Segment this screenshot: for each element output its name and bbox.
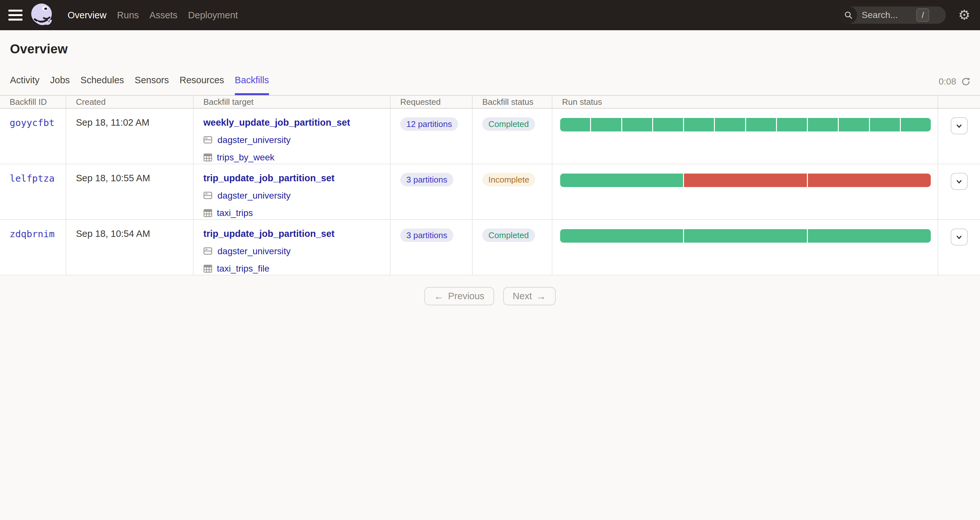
chevron-down-icon [955, 178, 963, 185]
partition-set-link[interactable]: taxi_trips [217, 208, 253, 218]
nav-item-runs[interactable]: Runs [117, 10, 139, 21]
next-page-button[interactable]: Next → [503, 287, 556, 305]
backfill-id-link[interactable]: goyycfbt [10, 117, 55, 128]
run-segment-success[interactable] [622, 118, 652, 132]
job-icon [203, 247, 213, 255]
table-row: zdqbrnim Sep 18, 10:54 AM trip_update_jo… [0, 220, 980, 276]
row-actions-button[interactable] [951, 117, 968, 134]
chevron-down-icon [955, 122, 963, 130]
backfill-target-link[interactable]: trip_update_job_partition_set [203, 228, 335, 239]
run-segment-success[interactable] [560, 174, 683, 187]
chevron-down-icon [955, 233, 963, 241]
tab-resources[interactable]: Resources [180, 75, 224, 95]
column-header-created: Created [66, 96, 194, 108]
backfill-status-badge: Completed [482, 228, 535, 242]
tab-jobs[interactable]: Jobs [50, 75, 70, 95]
job-icon [203, 192, 213, 200]
run-status-bar [560, 118, 931, 132]
requested-partitions-badge[interactable]: 3 partitions [400, 228, 453, 242]
tab-backfills[interactable]: Backfills [235, 75, 269, 95]
partition-set-link[interactable]: taxi_trips_file [217, 263, 269, 274]
run-segment-success[interactable] [684, 118, 714, 132]
requested-partitions-badge[interactable]: 3 partitions [400, 173, 453, 186]
page-title: Overview [10, 42, 970, 56]
run-segment-success[interactable] [684, 229, 807, 243]
partition-set-icon [203, 209, 212, 217]
backfill-id-link[interactable]: zdqbrnim [10, 228, 55, 239]
run-segment-success[interactable] [808, 229, 931, 243]
row-actions-button[interactable] [951, 228, 968, 246]
table-row: goyycfbt Sep 18, 11:02 AM weekly_update_… [0, 109, 980, 164]
code-location-link[interactable]: dagster_university [218, 190, 291, 201]
pagination: ← Previous Next → [0, 287, 980, 305]
run-segment-failure[interactable] [684, 174, 807, 187]
backfill-target-link[interactable]: weekly_update_job_partition_set [203, 117, 350, 128]
column-header-backfill-id: Backfill ID [0, 96, 66, 108]
run-segment-success[interactable] [777, 118, 807, 132]
hamburger-menu-icon[interactable] [8, 10, 22, 21]
previous-page-button[interactable]: ← Previous [424, 287, 494, 305]
table-row: lelfptza Sep 18, 10:55 AM trip_update_jo… [0, 164, 980, 220]
backfill-id-link[interactable]: lelfptza [10, 173, 55, 184]
run-segment-success[interactable] [591, 118, 621, 132]
partition-set-icon [203, 153, 212, 162]
gear-icon[interactable]: ⚙ [958, 8, 970, 22]
slash-shortcut-key: / [916, 8, 929, 22]
search-icon [840, 6, 857, 24]
run-segment-success[interactable] [901, 118, 931, 132]
nav-item-deployment[interactable]: Deployment [188, 10, 238, 21]
refresh-countdown: 0:08 [939, 76, 956, 87]
created-timestamp: Sep 18, 10:55 AM [76, 173, 150, 183]
nav-item-overview[interactable]: Overview [68, 10, 107, 21]
arrow-left-icon: ← [434, 292, 444, 301]
tab-activity[interactable]: Activity [10, 75, 40, 95]
created-timestamp: Sep 18, 10:54 AM [76, 228, 150, 239]
backfill-status-badge: Completed [482, 117, 535, 131]
backfill-target-link[interactable]: trip_update_job_partition_set [203, 173, 335, 184]
table-header-row: Backfill ID Created Backfill target Requ… [0, 95, 980, 109]
column-header-backfill-status: Backfill status [473, 96, 552, 108]
run-segment-success[interactable] [870, 118, 900, 132]
dagster-logo[interactable] [30, 3, 55, 28]
run-status-bar [560, 174, 931, 187]
job-icon [203, 136, 213, 144]
backfills-table: Backfill ID Created Backfill target Requ… [0, 95, 980, 276]
run-segment-success[interactable] [715, 118, 745, 132]
top-navigation-bar: Overview Runs Assets Deployment / ⚙ [0, 0, 980, 30]
run-segment-failure[interactable] [808, 174, 931, 187]
run-segment-success[interactable] [560, 118, 590, 132]
partition-set-icon [203, 265, 212, 273]
run-segment-success[interactable] [560, 229, 683, 243]
created-timestamp: Sep 18, 11:02 AM [76, 117, 149, 128]
run-segment-success[interactable] [746, 118, 776, 132]
code-location-link[interactable]: dagster_university [218, 246, 291, 257]
backfill-status-badge: Incomplete [482, 173, 535, 186]
column-header-requested: Requested [391, 96, 473, 108]
primary-nav: Overview Runs Assets Deployment [68, 10, 238, 21]
run-segment-success[interactable] [808, 118, 838, 132]
column-header-backfill-target: Backfill target [194, 96, 391, 108]
overview-tabs: Activity Jobs Schedules Sensors Resource… [10, 75, 269, 95]
refresh-icon[interactable] [961, 76, 971, 87]
run-segment-success[interactable] [653, 118, 683, 132]
partition-set-link[interactable]: trips_by_week [217, 152, 274, 163]
tab-schedules[interactable]: Schedules [80, 75, 124, 95]
run-status-bar [560, 229, 931, 243]
requested-partitions-badge[interactable]: 12 partitions [400, 117, 458, 131]
tab-sensors[interactable]: Sensors [135, 75, 169, 95]
search-input[interactable] [862, 10, 916, 20]
search-box[interactable]: / [840, 6, 946, 24]
nav-item-assets[interactable]: Assets [150, 10, 178, 21]
run-segment-success[interactable] [839, 118, 869, 132]
arrow-right-icon: → [536, 292, 546, 301]
code-location-link[interactable]: dagster_university [218, 135, 291, 145]
column-header-run-status: Run status [552, 96, 938, 108]
row-actions-button[interactable] [951, 173, 968, 190]
